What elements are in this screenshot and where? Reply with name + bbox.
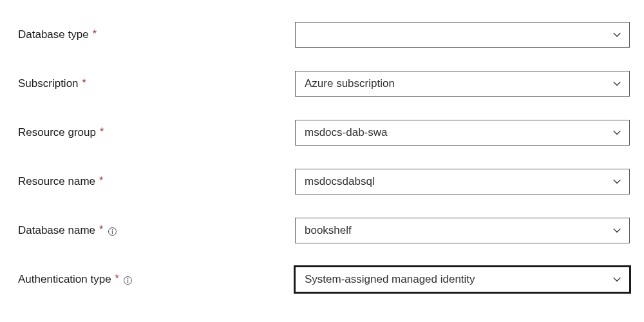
control-cell-database_name: bookshelf xyxy=(295,206,630,255)
dropdown-value: Azure subscription xyxy=(305,77,395,90)
dropdown-value: msdocsdabsql xyxy=(305,175,375,188)
field-label-text: Database type xyxy=(18,28,89,41)
required-asterisk: * xyxy=(99,225,103,235)
resource_name-dropdown[interactable]: msdocsdabsql xyxy=(295,169,630,194)
required-asterisk: * xyxy=(82,78,86,88)
control-cell-authentication_type: System-assigned managed identity xyxy=(295,255,630,304)
form-grid: Database type* Subscription*Azure subscr… xyxy=(18,10,626,304)
field-label-text: Resource group xyxy=(18,126,96,139)
database_type-dropdown[interactable] xyxy=(295,22,630,48)
dropdown-value: System-assigned managed identity xyxy=(305,273,475,286)
control-cell-resource_name: msdocsdabsql xyxy=(295,157,630,206)
required-asterisk: * xyxy=(100,127,104,137)
info-icon[interactable] xyxy=(123,275,133,285)
info-icon[interactable] xyxy=(107,226,117,236)
chevron-down-icon xyxy=(612,79,621,88)
chevron-down-icon xyxy=(612,177,621,186)
svg-point-4 xyxy=(128,278,129,279)
required-asterisk: * xyxy=(115,274,119,284)
required-asterisk: * xyxy=(99,176,103,186)
control-cell-resource_group: msdocs-dab-swa xyxy=(295,108,630,157)
resource_group-dropdown[interactable]: msdocs-dab-swa xyxy=(295,120,630,146)
label-authentication_type: Authentication type* xyxy=(18,255,276,304)
subscription-dropdown[interactable]: Azure subscription xyxy=(295,71,630,97)
field-label-text: Resource name xyxy=(18,175,95,188)
chevron-down-icon xyxy=(612,128,621,137)
control-cell-database_type xyxy=(295,10,630,59)
dropdown-value: bookshelf xyxy=(305,224,352,237)
database_name-dropdown[interactable]: bookshelf xyxy=(295,218,630,243)
svg-rect-5 xyxy=(128,279,128,283)
field-label-text: Subscription xyxy=(18,77,79,90)
label-resource_name: Resource name* xyxy=(18,157,276,206)
field-label-text: Authentication type xyxy=(18,273,111,286)
label-database_name: Database name* xyxy=(18,206,276,255)
required-asterisk: * xyxy=(93,29,97,39)
control-cell-subscription: Azure subscription xyxy=(295,59,630,108)
chevron-down-icon xyxy=(612,226,621,235)
authentication_type-dropdown[interactable]: System-assigned managed identity xyxy=(295,267,630,292)
svg-rect-2 xyxy=(112,231,113,234)
dropdown-value: msdocs-dab-swa xyxy=(305,126,388,139)
chevron-down-icon xyxy=(612,275,621,284)
label-resource_group: Resource group* xyxy=(18,108,276,157)
label-database_type: Database type* xyxy=(18,10,276,59)
chevron-down-icon xyxy=(612,30,621,39)
label-subscription: Subscription* xyxy=(18,59,276,108)
field-label-text: Database name xyxy=(18,224,95,237)
svg-point-1 xyxy=(111,229,113,230)
